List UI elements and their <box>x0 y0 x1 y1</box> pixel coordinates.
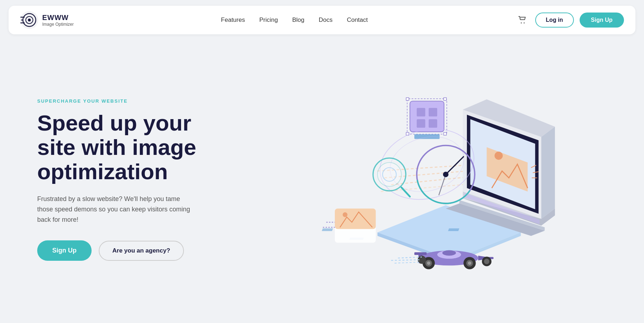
svg-marker-21 <box>541 127 555 219</box>
svg-line-51 <box>439 175 446 195</box>
nav-docs[interactable]: Docs <box>319 16 333 23</box>
hero-description: Frustrated by a slow website? We'll help… <box>37 194 195 225</box>
svg-rect-39 <box>429 119 437 128</box>
signup-hero-button[interactable]: Sign Up <box>37 240 92 261</box>
signup-nav-button[interactable]: Sign Up <box>580 13 624 28</box>
svg-point-71 <box>427 261 430 265</box>
hero-content: SUPERCHARGE YOUR WEBSITE Speed up your s… <box>37 98 223 261</box>
svg-point-25 <box>494 152 503 160</box>
svg-rect-34 <box>410 101 444 132</box>
nav-links: Features Pricing Blog Docs Contact <box>221 16 368 24</box>
nav-blog[interactable]: Blog <box>292 16 304 23</box>
login-button[interactable]: Log in <box>535 13 574 28</box>
logo-text: EWWW Image Optimizer <box>42 13 74 27</box>
logo-icon <box>20 11 39 29</box>
svg-rect-16 <box>322 228 333 231</box>
hero-title: Speed up your site with image optimizati… <box>37 111 223 184</box>
hero-section: SUPERCHARGE YOUR WEBSITE Speed up your s… <box>9 40 635 312</box>
hero-eyebrow: SUPERCHARGE YOUR WEBSITE <box>37 98 223 104</box>
svg-point-74 <box>468 261 472 265</box>
svg-point-8 <box>523 23 525 24</box>
svg-point-59 <box>343 212 347 217</box>
svg-line-80 <box>395 262 420 263</box>
svg-rect-42 <box>444 98 447 101</box>
svg-point-76 <box>484 259 489 264</box>
svg-rect-38 <box>417 119 425 128</box>
hero-svg <box>223 69 607 290</box>
svg-rect-41 <box>406 98 409 101</box>
svg-rect-17 <box>448 228 459 231</box>
hero-cta: Sign Up Are you an agency? <box>37 240 223 261</box>
svg-rect-65 <box>414 252 426 255</box>
svg-point-7 <box>521 23 522 24</box>
nav-contact[interactable]: Contact <box>347 16 368 23</box>
svg-point-3 <box>28 19 31 21</box>
nav-pricing[interactable]: Pricing <box>259 16 278 23</box>
svg-rect-37 <box>429 108 437 117</box>
logo[interactable]: EWWW Image Optimizer <box>20 11 74 29</box>
svg-rect-44 <box>444 132 447 135</box>
nav-actions: Log in Sign Up <box>515 13 624 28</box>
svg-line-79 <box>391 260 420 260</box>
hero-illustration <box>223 69 607 290</box>
main-nav: EWWW Image Optimizer Features Pricing Bl… <box>9 6 635 34</box>
svg-point-67 <box>442 250 456 255</box>
agency-button[interactable]: Are you an agency? <box>99 241 184 261</box>
svg-point-54 <box>377 162 401 186</box>
svg-rect-36 <box>417 108 425 117</box>
nav-features[interactable]: Features <box>221 16 245 23</box>
cart-icon[interactable] <box>515 13 530 27</box>
svg-point-52 <box>443 172 448 177</box>
